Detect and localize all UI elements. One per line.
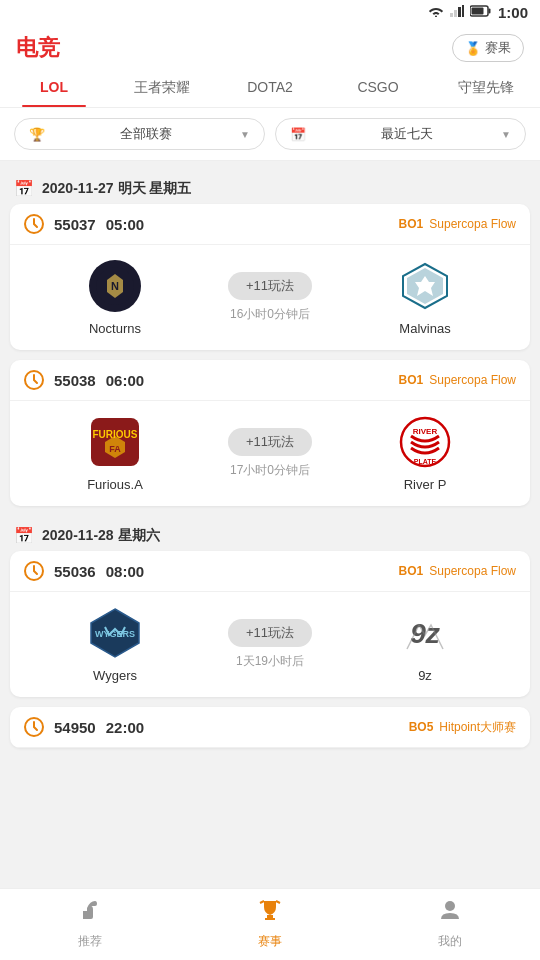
match-time-55038: 06:00 <box>106 372 144 389</box>
svg-text:RIVER: RIVER <box>413 427 438 436</box>
svg-text:WYGERS: WYGERS <box>95 629 135 639</box>
header: 电竞 🏅 赛果 <box>0 25 540 69</box>
team-b-55036: 9z 9z <box>330 606 520 683</box>
tab-owl[interactable]: 守望先锋 <box>432 69 540 107</box>
bo-badge-54950: BO5 <box>409 720 434 734</box>
svg-line-28 <box>276 901 280 903</box>
svg-rect-3 <box>458 7 461 17</box>
date-header-1: 📅 2020-11-27 明天 星期五 <box>0 169 540 204</box>
svg-point-0 <box>435 16 437 18</box>
match-id-55038: 55038 <box>54 372 96 389</box>
date-text-1: 2020-11-27 明天 星期五 <box>42 180 191 198</box>
match-card-55037: 55037 05:00 BO1 Supercopa Flow N <box>10 204 530 350</box>
svg-rect-25 <box>267 915 273 918</box>
signal-icon <box>450 5 464 20</box>
team-b-55037: Malvinas <box>330 259 520 336</box>
match-body-55038: FURIOUS FA Furious.A +11玩法 17小时0分钟后 <box>10 401 530 506</box>
match-meta-55038: BO1 Supercopa Flow <box>399 373 516 387</box>
nav-recommend[interactable]: 推荐 <box>77 897 103 950</box>
league-filter-icon: 🏆 <box>29 127 45 142</box>
league-chevron-icon: ▼ <box>240 129 250 140</box>
odds-btn-55036[interactable]: +11玩法 <box>228 619 312 647</box>
nav-mine-label: 我的 <box>438 933 462 950</box>
battery-icon <box>470 5 492 20</box>
svg-rect-4 <box>462 5 464 17</box>
date-filter-label: 最近七天 <box>381 125 433 143</box>
date-text-2: 2020-11-28 星期六 <box>42 527 160 545</box>
match-time-55036: 08:00 <box>106 563 144 580</box>
svg-text:PLATE: PLATE <box>414 458 437 465</box>
calendar-icon-1: 📅 <box>14 179 34 198</box>
svg-rect-2 <box>454 10 457 17</box>
result-trophy-icon: 🏅 <box>465 41 481 56</box>
match-meta-55037: BO1 Supercopa Flow <box>399 217 516 231</box>
team-logo-malvinas <box>398 259 452 313</box>
match-header-54950: 54950 22:00 BO5 Hitpoint大师赛 <box>10 707 530 748</box>
svg-rect-26 <box>265 918 275 920</box>
team-a-55036: WYGERS Wygers <box>20 606 210 683</box>
tab-dota2[interactable]: DOTA2 <box>216 69 324 107</box>
nav-recommend-label: 推荐 <box>78 933 102 950</box>
svg-rect-6 <box>488 9 490 14</box>
tab-csgo[interactable]: CSGO <box>324 69 432 107</box>
match-header-55038: 55038 06:00 BO1 Supercopa Flow <box>10 360 530 401</box>
match-card-55036: 55036 08:00 BO1 Supercopa Flow WYGERS Wy… <box>10 551 530 697</box>
calendar-icon-2: 📅 <box>14 526 34 545</box>
league-55036: Supercopa Flow <box>429 564 516 578</box>
bo-badge-55038: BO1 <box>399 373 424 387</box>
match-body-55036: WYGERS Wygers +11玩法 1天19小时后 9z 9z <box>10 592 530 697</box>
recommend-icon <box>77 897 103 929</box>
league-filter[interactable]: 🏆 全部联赛 ▼ <box>14 118 265 150</box>
result-button[interactable]: 🏅 赛果 <box>452 34 524 62</box>
team-logo-nocturns: N <box>88 259 142 313</box>
match-card-54950: 54950 22:00 BO5 Hitpoint大师赛 <box>10 707 530 748</box>
team-name-wygers: Wygers <box>93 668 137 683</box>
nav-events[interactable]: 赛事 <box>257 897 283 950</box>
svg-rect-1 <box>450 13 453 17</box>
team-name-nocturns: Nocturns <box>89 321 141 336</box>
live-clock-icon-4 <box>24 717 44 737</box>
time-left-55038: 17小时0分钟后 <box>230 462 310 479</box>
svg-text:FA: FA <box>109 444 121 454</box>
result-label: 赛果 <box>485 39 511 57</box>
team-logo-9z: 9z <box>398 606 452 660</box>
svg-line-27 <box>260 901 264 903</box>
match-card-55038: 55038 06:00 BO1 Supercopa Flow FURIOUS F… <box>10 360 530 506</box>
date-chevron-icon: ▼ <box>501 129 511 140</box>
odds-btn-55037[interactable]: +11玩法 <box>228 272 312 300</box>
wifi-icon <box>428 5 444 20</box>
tab-lol[interactable]: LOL <box>0 69 108 107</box>
league-54950: Hitpoint大师赛 <box>439 719 516 736</box>
team-b-55038: RIVER PLATE River P <box>330 415 520 492</box>
tab-wzry[interactable]: 王者荣耀 <box>108 69 216 107</box>
match-time-55037: 05:00 <box>106 216 144 233</box>
nav-mine[interactable]: 我的 <box>437 897 463 950</box>
match-header-55037: 55037 05:00 BO1 Supercopa Flow <box>10 204 530 245</box>
bottom-nav: 推荐 赛事 我的 <box>0 888 540 960</box>
odds-btn-55038[interactable]: +11玩法 <box>228 428 312 456</box>
time-left-55036: 1天19小时后 <box>236 653 304 670</box>
match-meta-54950: BO5 Hitpoint大师赛 <box>409 719 516 736</box>
live-clock-icon <box>24 214 44 234</box>
match-center-55037[interactable]: +11玩法 16小时0分钟后 <box>210 272 330 323</box>
bo-badge-55037: BO1 <box>399 217 424 231</box>
events-icon <box>257 897 283 929</box>
team-name-9z: 9z <box>418 668 432 683</box>
team-logo-wygers: WYGERS <box>88 606 142 660</box>
team-name-furious: Furious.A <box>87 477 143 492</box>
date-header-2: 📅 2020-11-28 星期六 <box>0 516 540 551</box>
team-a-55038: FURIOUS FA Furious.A <box>20 415 210 492</box>
team-name-river: River P <box>404 477 447 492</box>
date-filter[interactable]: 📅 最近七天 ▼ <box>275 118 526 150</box>
match-center-55038[interactable]: +11玩法 17小时0分钟后 <box>210 428 330 479</box>
live-clock-icon-3 <box>24 561 44 581</box>
bo-badge-55036: BO1 <box>399 564 424 578</box>
match-center-55036[interactable]: +11玩法 1天19小时后 <box>210 619 330 670</box>
team-name-malvinas: Malvinas <box>399 321 450 336</box>
team-logo-river: RIVER PLATE <box>398 415 452 469</box>
live-clock-icon-2 <box>24 370 44 390</box>
match-id-55036: 55036 <box>54 563 96 580</box>
svg-point-29 <box>445 901 455 911</box>
mine-icon <box>437 897 463 929</box>
match-id-55037: 55037 <box>54 216 96 233</box>
